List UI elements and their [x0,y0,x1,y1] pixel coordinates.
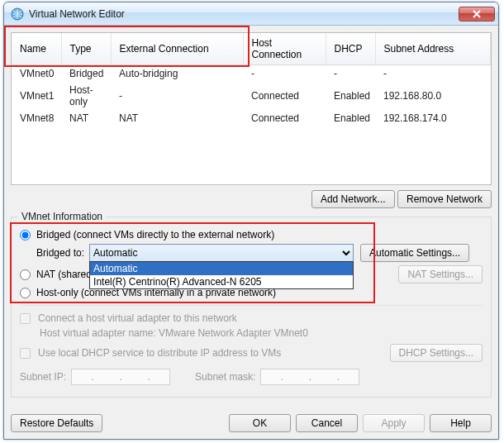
subnet-mask-field: . . . [260,369,359,385]
subnet-mask-label: Subnet mask: [195,371,255,383]
radio-bridged-input[interactable] [20,230,31,241]
col-sub[interactable]: Subnet Address [375,33,491,65]
cell: VMnet1 [12,82,61,110]
client-area: Name Type External Connection Host Conne… [4,26,498,439]
radio-bridged-label: Bridged (connect VMs directly to the ext… [36,229,274,241]
host-adapter-checkbox [20,313,31,324]
cell: Auto-bridging [111,65,243,83]
col-host[interactable]: Host Connection [243,33,326,65]
cell: Host-only [61,82,111,110]
host-adapter-hint: Host virtual adapter name: VMware Networ… [40,327,483,339]
window-title: Virtual Network Editor [29,8,459,20]
group-legend: VMnet Information [18,211,106,222]
radio-nat-label: NAT (shared [36,269,92,280]
titlebar[interactable]: Virtual Network Editor [4,2,498,26]
network-table[interactable]: Name Type External Connection Host Conne… [11,32,492,185]
cell: - [243,65,326,83]
cancel-button[interactable]: Cancel [296,414,358,432]
cell: 192.168.174.0 [375,110,491,126]
cell: Enabled [326,110,375,126]
table-row[interactable]: VMnet0 Bridged Auto-bridging - - - [12,65,491,83]
cell: Connected [243,82,326,110]
col-type[interactable]: Type [61,33,111,65]
cell: VMnet8 [12,110,61,126]
subnet-ip-field: . . . [71,369,170,385]
apply-button: Apply [363,414,425,432]
col-ext[interactable]: External Connection [111,33,243,65]
cell: NAT [61,110,111,126]
radio-bridged[interactable]: Bridged (connect VMs directly to the ext… [20,229,274,241]
automatic-settings-button[interactable]: Automatic Settings... [360,244,469,262]
radio-hostonly-input[interactable] [20,288,31,298]
cell: NAT [111,110,243,126]
remove-network-button[interactable]: Remove Network [397,190,492,208]
vmnet-info-group: VMnet Information Bridged (connect VMs d… [11,217,492,398]
table-row[interactable]: VMnet8 NAT NAT Connected Enabled 192.168… [12,110,491,126]
subnet-ip-label: Subnet IP: [20,371,66,383]
cell: - [326,65,375,83]
help-button[interactable]: Help [430,414,492,432]
radio-nat-input[interactable] [20,269,31,280]
add-network-button[interactable]: Add Network... [311,190,395,208]
restore-defaults-button[interactable]: Restore Defaults [11,414,102,432]
dropdown-option[interactable]: Intel(R) Centrino(R) Advanced-N 6205 [90,275,353,288]
dhcp-settings-button: DHCP Settings... [390,344,483,362]
radio-nat[interactable]: NAT (shared [20,269,92,280]
col-name[interactable]: Name [12,33,61,65]
nat-settings-button: NAT Settings... [398,265,483,283]
window: Virtual Network Editor Name Type Externa… [3,2,499,440]
app-icon [11,7,24,21]
cell: 192.168.80.0 [375,82,491,110]
host-adapter-label: Connect a host virtual adapter to this n… [38,312,237,324]
cell: Enabled [326,82,375,110]
ok-button[interactable]: OK [229,414,291,432]
bridged-to-dropdown[interactable]: Automatic Intel(R) Centrino(R) Advanced-… [89,261,354,289]
bottom-bar: Restore Defaults OK Cancel Apply Help [11,414,492,432]
dhcp-checkbox [20,348,31,359]
close-button[interactable] [459,7,495,21]
dropdown-option[interactable]: Automatic [90,262,353,275]
col-dhcp[interactable]: DHCP [326,33,375,65]
cell: VMnet0 [12,65,61,83]
cell: - [111,82,243,110]
bridged-to-label: Bridged to: [36,247,84,259]
cell: Bridged [61,65,111,83]
dhcp-check-label: Use local DHCP service to distribute IP … [38,347,281,359]
cell: Connected [243,110,326,126]
cell: - [375,65,491,83]
table-row[interactable]: VMnet1 Host-only - Connected Enabled 192… [12,82,491,110]
bridged-to-select[interactable]: Automatic [89,244,354,262]
